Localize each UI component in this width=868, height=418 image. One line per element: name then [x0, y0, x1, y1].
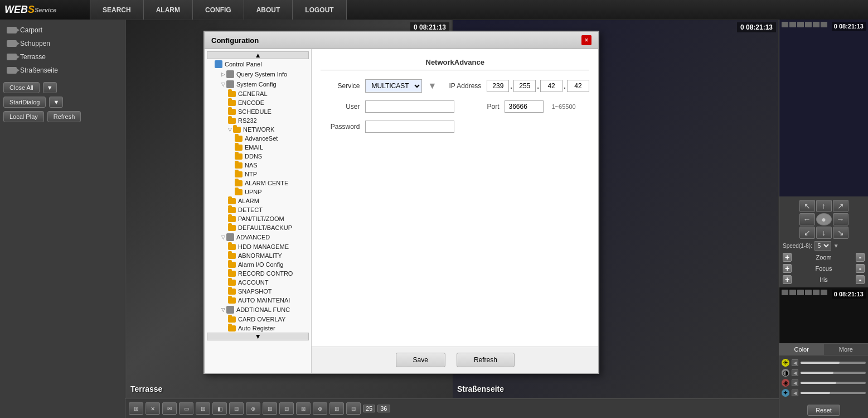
- saturation-left[interactable]: ◀: [792, 379, 798, 386]
- ptz-up[interactable]: ↑: [816, 200, 832, 212]
- tree-auto-register[interactable]: Auto Register: [207, 324, 309, 333]
- saturation-track[interactable]: [801, 382, 866, 384]
- contrast-track[interactable]: [801, 372, 866, 374]
- start-dialog-dropdown[interactable]: ▼: [49, 97, 63, 108]
- toolbar-btn-13[interactable]: ⊞: [329, 402, 344, 415]
- hue-track[interactable]: [801, 392, 866, 394]
- tree-addtional-func[interactable]: ▽ ADDTIONAL FUNC: [207, 305, 309, 315]
- toolbar-btn-11[interactable]: ⊠: [296, 402, 311, 415]
- tree-nas[interactable]: NAS: [207, 161, 309, 170]
- toolbar-btn-8[interactable]: ⊕: [246, 402, 260, 415]
- tree-rs232[interactable]: RS232: [207, 116, 309, 125]
- save-button[interactable]: Save: [396, 353, 445, 367]
- toolbar-btn-9[interactable]: ⊞: [263, 402, 277, 415]
- sidebar-item-schuppen[interactable]: Schuppen: [3, 37, 122, 50]
- nav-about[interactable]: ABOUT: [244, 0, 293, 20]
- ptz-right[interactable]: →: [833, 213, 848, 225]
- toolbar-btn-3[interactable]: ✉: [162, 402, 177, 415]
- tab-color[interactable]: Color: [779, 344, 824, 355]
- cam-icon-small-6[interactable]: [821, 22, 827, 27]
- tree-scroll-up[interactable]: ▲: [207, 51, 309, 59]
- service-select[interactable]: MULTICAST: [365, 79, 422, 93]
- port-input[interactable]: [505, 100, 544, 113]
- ip-part-2[interactable]: [513, 80, 536, 92]
- cam-icon-small-4[interactable]: [805, 22, 812, 27]
- zoom-minus[interactable]: -: [856, 253, 865, 262]
- iris-plus[interactable]: +: [783, 275, 792, 284]
- brightness-track[interactable]: [801, 362, 866, 364]
- toolbar-btn-5[interactable]: ⊞: [196, 402, 210, 415]
- cam2-icon-4[interactable]: [805, 290, 812, 295]
- tree-snapshot[interactable]: SNAPSHOT: [207, 287, 309, 296]
- toolbar-btn-10[interactable]: ⊟: [279, 402, 294, 415]
- nav-logout[interactable]: LOGOUT: [293, 0, 346, 20]
- hue-left[interactable]: ◀: [792, 390, 798, 396]
- zoom-plus[interactable]: +: [783, 253, 792, 262]
- tree-abnormality[interactable]: ABNORMALITY: [207, 251, 309, 260]
- tree-system-config[interactable]: ▽ System Config: [207, 79, 309, 89]
- tree-encode[interactable]: ENCODE: [207, 98, 309, 107]
- speed-select[interactable]: 5: [814, 241, 831, 251]
- tree-default-backup[interactable]: DEFAULT/BACKUP: [207, 223, 309, 232]
- cam-icon-small-1[interactable]: [782, 22, 788, 27]
- tree-account[interactable]: ACCOUNT: [207, 278, 309, 287]
- tree-card-overlay[interactable]: CARD OVERLAY: [207, 315, 309, 324]
- toolbar-btn-7[interactable]: ⊟: [229, 402, 244, 415]
- cam2-icon-1[interactable]: [782, 290, 788, 295]
- cam-icon-small-3[interactable]: [797, 22, 804, 27]
- tree-advance-set[interactable]: AdvanceSet: [207, 134, 309, 143]
- close-all-dropdown[interactable]: ▼: [43, 82, 57, 93]
- tree-record-control[interactable]: RECORD CONTRO: [207, 269, 309, 278]
- tree-control-panel[interactable]: Control Panel: [207, 59, 309, 69]
- speed-dropdown[interactable]: ▼: [833, 243, 839, 249]
- tree-query-system-info[interactable]: ▷ Query System Info: [207, 69, 309, 79]
- tree-auto-maintain[interactable]: AUTO MAINTENAI: [207, 296, 309, 305]
- refresh-dialog-button[interactable]: Refresh: [457, 353, 515, 367]
- toolbar-btn-6[interactable]: ◧: [212, 402, 227, 415]
- tree-schedule[interactable]: SCHEDULE: [207, 107, 309, 116]
- focus-plus[interactable]: +: [783, 264, 792, 273]
- ptz-up-left[interactable]: ↖: [799, 200, 815, 212]
- tree-ddns[interactable]: DDNS: [207, 152, 309, 161]
- tree-upnp[interactable]: UPNP: [207, 188, 309, 196]
- tree-alarm[interactable]: ALARM: [207, 196, 309, 205]
- toolbar-btn-12[interactable]: ⊕: [313, 402, 327, 415]
- toolbar-btn-1[interactable]: ⊞: [129, 402, 143, 415]
- toolbar-btn-2[interactable]: ✕: [146, 402, 160, 415]
- tab-more[interactable]: More: [824, 344, 869, 355]
- cam-icon-small-2[interactable]: [789, 22, 796, 27]
- tree-advanced[interactable]: ▽ ADVANCED: [207, 232, 309, 242]
- local-play-button[interactable]: Local Play: [3, 111, 44, 122]
- tree-network[interactable]: ▽ NETWORK: [207, 125, 309, 134]
- cam2-icon-2[interactable]: [789, 290, 796, 295]
- tree-pan-tilt-zoom[interactable]: PAN/TILT/ZOOM: [207, 214, 309, 223]
- ptz-down-right[interactable]: ↘: [833, 227, 848, 239]
- reset-button[interactable]: Reset: [807, 405, 840, 416]
- toolbar-btn-14[interactable]: ⊟: [346, 402, 361, 415]
- sidebar-item-terrasse[interactable]: Terrasse: [3, 51, 122, 63]
- tree-ntp[interactable]: NTP: [207, 170, 309, 179]
- ptz-left[interactable]: ←: [799, 213, 815, 225]
- tree-general[interactable]: GENERAL: [207, 89, 309, 98]
- iris-minus[interactable]: -: [856, 275, 865, 284]
- password-input[interactable]: [365, 121, 454, 133]
- sidebar-item-carport[interactable]: Carport: [3, 24, 122, 36]
- tree-hdd-management[interactable]: HDD MANAGEME: [207, 242, 309, 251]
- ip-part-3[interactable]: [540, 80, 562, 92]
- brightness-left[interactable]: ◀: [792, 359, 798, 366]
- tree-detect[interactable]: DETECT: [207, 205, 309, 214]
- tree-scroll-down[interactable]: ▼: [207, 333, 309, 340]
- nav-search[interactable]: SEARCH: [90, 0, 144, 20]
- tree-alarm-center[interactable]: ALARM CENTE: [207, 179, 309, 188]
- ip-part-4[interactable]: [567, 80, 589, 92]
- contrast-left[interactable]: ◀: [792, 369, 798, 376]
- cam2-icon-5[interactable]: [813, 290, 819, 295]
- service-dropdown-arrow[interactable]: ▼: [428, 81, 437, 91]
- cam2-icon-6[interactable]: [821, 290, 827, 295]
- ptz-down[interactable]: ↓: [816, 227, 832, 239]
- ptz-down-left[interactable]: ↙: [799, 227, 815, 239]
- refresh-sidebar-button[interactable]: Refresh: [47, 111, 81, 122]
- ptz-center[interactable]: ●: [816, 213, 832, 225]
- nav-alarm[interactable]: ALARM: [144, 0, 193, 20]
- close-all-button[interactable]: Close All: [3, 82, 40, 93]
